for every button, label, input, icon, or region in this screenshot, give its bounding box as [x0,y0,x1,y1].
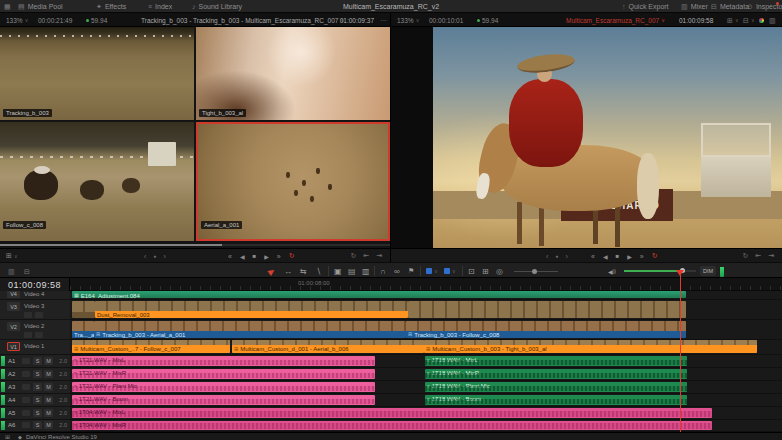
loop-range-icon[interactable]: ↻ [350,252,356,260]
timeline-clip[interactable]: Tra..._al [72,321,94,338]
stills-button[interactable]: ⊟∨ [743,13,755,27]
audio-clip[interactable]: ≈1T21.WAV - MixR [72,369,375,379]
volume-slider[interactable] [624,270,696,272]
play-button[interactable]: ▶ [627,253,632,260]
source-zoom-select[interactable]: 133%∨ [6,13,28,27]
track-header-a2[interactable]: A2 S M 2.0 [0,368,70,381]
track-header-a1[interactable]: A1 S M 2.0 [0,355,70,368]
audio-clip[interactable]: ≈1T21.WAV - Plant Mic [72,382,375,392]
timeline-clip-selected[interactable]: ⊞Multicam_Custom_..7 - Follow_c_007 [72,340,230,353]
angle-tracking[interactable]: Tracking_b_003 [0,27,194,120]
timeline-clip[interactable]: ⊞Tracking_b_003 - Follow_c_008 [406,321,686,338]
overwrite-clip-button[interactable]: ▤ [348,263,356,279]
track-badge[interactable]: V3 [7,302,20,311]
multicam-view-button[interactable]: ⊞∨ [6,249,18,263]
timeline-clip[interactable]: ⊞Tracking_b_003 - Aerial_a_001 [94,321,406,338]
audio-clip[interactable]: ≈1T21.WAV - MixL [72,356,375,366]
last-frame-button[interactable]: » [640,253,644,260]
audio-clip[interactable]: ≈1T04.WAV - MixR [72,421,712,430]
first-frame-button[interactable]: « [228,253,232,260]
jog-controls[interactable]: ‹●› [144,249,166,263]
solo-button[interactable]: S [33,370,42,378]
last-frame-button[interactable]: » [277,253,281,260]
track-lock-toggle[interactable] [35,312,43,318]
render-cache-button[interactable]: ⊟ [24,263,30,279]
loop-range-icon[interactable]: ↻ [742,252,748,260]
track-badge-active[interactable]: V1 [7,342,20,351]
timeline-view-options-button[interactable]: ▥ [8,263,15,279]
track-header-a3[interactable]: A3 S M 2.0 [0,381,70,394]
track-header-a6[interactable]: A6 S M 2.0 [0,420,70,432]
timeline-ruler[interactable]: 01:00:08:00 [70,278,782,291]
solo-button[interactable]: S [33,383,42,391]
play-reverse-button[interactable]: ◀ [603,253,608,260]
angle-tight[interactable]: Tight_b_003_al [196,27,390,120]
mute-button[interactable]: M [44,357,53,365]
play-button[interactable]: ▶ [264,253,269,260]
loop-button[interactable]: ↻ [289,252,295,260]
marker-color-select[interactable]: ∨ [444,263,456,279]
goto-out-icon[interactable]: ⇥ [768,252,774,260]
mute-button[interactable]: M [44,370,53,378]
stop-button[interactable]: ■ [253,253,257,259]
zoom-slider-knob[interactable] [532,269,537,274]
solo-button[interactable]: S [33,357,42,365]
mute-button[interactable]: M [44,421,53,429]
audio-clip[interactable]: ≈1T04.WAV - MixL [72,408,712,418]
jog-controls[interactable]: ‹●› [546,249,568,263]
flag-button[interactable]: ⚑ [408,263,414,279]
source-clip-title-select[interactable]: Tracking_b_003 - Tracking_b_003 - Multic… [141,13,344,27]
timeline-viewer[interactable]: ENZO CHARRO [390,27,782,248]
insert-clip-button[interactable]: ▣ [334,263,342,279]
goto-in-icon[interactable]: ⇤ [363,252,369,260]
timeline-clip[interactable]: Dust_Removal_003 [95,301,408,318]
replace-clip-button[interactable]: ▥ [362,263,370,279]
zoom-detail-button[interactable]: ⊞ [482,263,489,279]
track-header-a4[interactable]: A4 S M 2.0 [0,394,70,407]
trim-edit-button[interactable]: ↔ [284,263,292,279]
view-options-button[interactable]: ⊞∨ [727,13,739,27]
metadata-button[interactable]: ⊟Metadata [711,0,749,13]
timeline-clip-selected[interactable]: ⊞Multicam_Custom_d_001 - Aerial_b_006 [232,340,424,353]
mute-button[interactable]: M [44,396,53,404]
track-header-v1-active[interactable]: V1 Video 1 [0,340,70,355]
quick-export-button[interactable]: ↑Quick Export [622,0,669,13]
snapping-button[interactable]: ∩ [380,263,386,279]
mute-button[interactable]: M [44,409,53,417]
solo-button[interactable]: S [33,396,42,404]
track-header-v3[interactable]: V3 Video 3 [0,300,70,320]
mixer-button[interactable]: ▥Mixer [681,0,708,13]
track-enable-toggle[interactable] [24,332,32,338]
fullscreen-button[interactable]: ▥ [769,13,776,27]
zoom-magnify-button[interactable]: ◎ [496,263,503,279]
track-lock-toggle[interactable] [35,332,43,338]
track-header-a5[interactable]: A5 S M 2.0 [0,407,70,420]
solo-button[interactable]: S [33,421,42,429]
pages-grid-icon[interactable]: ⊞ [5,434,10,440]
track-header-v4[interactable]: V4 Video 4 [0,291,70,300]
track-badge[interactable]: V2 [7,322,20,331]
timeline-clip-selected[interactable]: ⊞Multicam_Custom_b_003 - Tight_b_003_al [424,340,757,353]
audio-clip[interactable]: ≈1T18.WAV - Plant Mic [425,382,687,392]
dynamic-trim-button[interactable]: ⇆ [300,263,307,279]
timeline-name-select[interactable]: Multicam_Escaramuza_RC_007∨ [566,13,665,27]
audio-clip[interactable]: ≈1T21.WAV - Boom [72,395,375,405]
audio-clip[interactable]: ≈1T18.WAV - Boom [425,395,687,405]
audio-clip[interactable]: ≈1T18.WAV - MixL [425,356,687,366]
timeline-zoom-slider[interactable] [514,271,558,272]
mute-button[interactable]: M [44,383,53,391]
track-lock-toggle[interactable] [22,371,30,377]
audio-clip[interactable]: ≈1T18.WAV - MixR [425,369,687,379]
first-frame-button[interactable]: « [591,253,595,260]
dim-button[interactable]: DIM [700,266,716,276]
volume-knob[interactable] [680,268,685,273]
solo-button[interactable]: S [33,409,42,417]
track-badge[interactable]: V4 [7,291,20,298]
goto-out-icon[interactable]: ⇥ [376,252,382,260]
timeline-clip[interactable] [408,301,686,318]
track-lock-toggle[interactable] [22,358,30,364]
timeline-zoom-select[interactable]: 133%∨ [397,13,419,27]
scrollbar-thumb[interactable] [0,244,222,246]
track-lock-toggle[interactable] [22,410,30,416]
play-reverse-button[interactable]: ◀ [240,253,245,260]
